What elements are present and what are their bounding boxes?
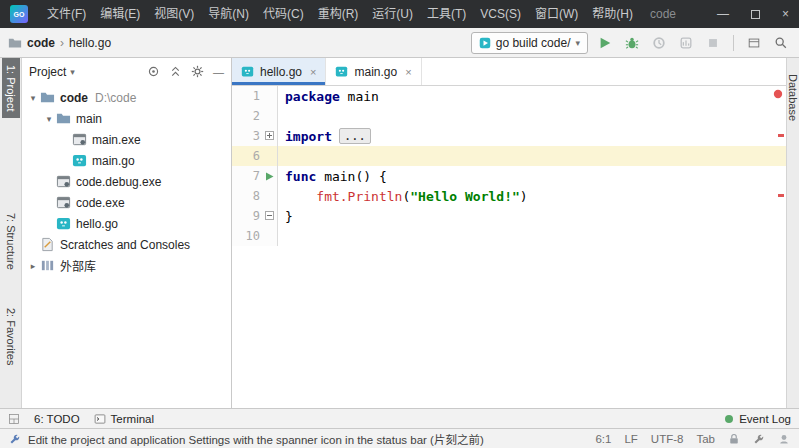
code-line[interactable]: 9 } xyxy=(232,206,786,226)
tree-item-code-root[interactable]: ▾ code D:\code xyxy=(22,87,231,108)
code-editor[interactable]: 1 package main 2 3 import... 6 xyxy=(232,86,786,408)
tool-window-todo[interactable]: 6: TODO xyxy=(34,413,80,425)
tab-main-go[interactable]: main.go × xyxy=(326,58,421,85)
menu-help[interactable]: 帮助(H) xyxy=(585,0,640,28)
tree-item-hello-go[interactable]: hello.go xyxy=(22,213,231,234)
run-arrow-icon[interactable] xyxy=(265,172,274,181)
code-line[interactable]: 7 func main() { xyxy=(232,166,786,186)
error-stripe-mark[interactable] xyxy=(778,134,784,137)
gutter[interactable]: 3 xyxy=(232,126,278,146)
error-stripe-mark[interactable] xyxy=(778,194,784,197)
gutter[interactable]: 8 xyxy=(232,186,278,206)
code-text[interactable]: package main xyxy=(278,86,786,106)
line-separator[interactable]: LF xyxy=(624,433,637,445)
chevron-right-icon[interactable]: ▸ xyxy=(26,261,40,271)
todo-label: 6: TODO xyxy=(34,413,80,425)
gutter[interactable]: 10 xyxy=(232,226,278,246)
gear-icon[interactable] xyxy=(191,65,204,78)
menu-edit[interactable]: 编辑(E) xyxy=(93,0,147,28)
profiler-button[interactable] xyxy=(676,33,696,53)
tool-window-bar: 6: TODO Terminal Event Log xyxy=(0,408,799,428)
run-with-coverage-button[interactable] xyxy=(649,33,669,53)
spanner-icon xyxy=(9,433,21,445)
menu-tools[interactable]: 工具(T) xyxy=(420,0,473,28)
tool-window-project[interactable]: 1: Project xyxy=(2,58,20,118)
wrench-icon[interactable] xyxy=(753,433,765,445)
code-text[interactable] xyxy=(278,106,786,126)
code-line-current[interactable]: 6 xyxy=(232,146,786,166)
code-token-string: "Hello World!" xyxy=(410,189,520,204)
gutter[interactable]: 9 xyxy=(232,206,278,226)
project-view-selector[interactable]: Project xyxy=(29,65,66,79)
minimize-button[interactable]: — xyxy=(717,8,729,20)
tool-window-terminal[interactable]: Terminal xyxy=(94,413,154,425)
maximize-button[interactable] xyxy=(751,10,760,19)
indent-style[interactable]: Tab xyxy=(696,433,715,445)
gutter[interactable]: 2 xyxy=(232,106,278,126)
close-tab-icon[interactable]: × xyxy=(405,66,411,78)
code-line[interactable]: 3 import... xyxy=(232,126,786,146)
fold-expand-icon[interactable] xyxy=(265,131,274,140)
tool-window-switcher-icon[interactable] xyxy=(8,413,20,425)
code-text[interactable]: } xyxy=(278,206,786,226)
file-encoding[interactable]: UTF-8 xyxy=(651,433,684,445)
inspection-indicator-icon[interactable] xyxy=(773,89,783,99)
menu-vcs[interactable]: VCS(S) xyxy=(473,0,528,28)
tree-item-main-go[interactable]: main.go xyxy=(22,150,231,171)
tree-item-scratches[interactable]: Scratches and Consoles xyxy=(22,234,231,255)
debug-button[interactable] xyxy=(622,33,642,53)
hide-panel-icon[interactable]: — xyxy=(213,66,224,78)
code-text[interactable] xyxy=(278,146,786,166)
menu-file[interactable]: 文件(F) xyxy=(40,0,93,28)
caret-position[interactable]: 6:1 xyxy=(595,433,611,445)
breadcrumb-file[interactable]: hello.go xyxy=(69,36,111,50)
hector-inspector-icon[interactable] xyxy=(778,433,790,445)
folded-region[interactable]: ... xyxy=(339,128,371,144)
collapse-all-icon[interactable] xyxy=(169,65,182,78)
code-text[interactable]: fmt.Println("Hello World!") xyxy=(278,186,786,206)
code-text[interactable]: func main() { xyxy=(278,166,786,186)
tool-window-favorites[interactable]: 2: Favorites xyxy=(2,301,20,372)
tree-item-code-debug-exe[interactable]: code.debug.exe xyxy=(22,171,231,192)
gutter[interactable]: 7 xyxy=(232,166,278,186)
menu-refactor[interactable]: 重构(R) xyxy=(311,0,366,28)
breadcrumb-project[interactable]: code xyxy=(27,36,55,50)
menu-view[interactable]: 视图(V) xyxy=(147,0,201,28)
code-line[interactable]: 10 xyxy=(232,226,786,246)
menu-code[interactable]: 代码(C) xyxy=(256,0,311,28)
layout-button[interactable] xyxy=(744,33,764,53)
close-button[interactable]: × xyxy=(782,8,789,20)
code-text[interactable] xyxy=(278,226,786,246)
event-log-button[interactable]: Event Log xyxy=(724,413,791,425)
code-text[interactable]: import... xyxy=(278,126,786,146)
chevron-down-icon[interactable]: ▾ xyxy=(42,114,56,124)
gutter[interactable]: 6 xyxy=(232,146,278,166)
code-line[interactable]: 8 fmt.Println("Hello World!") xyxy=(232,186,786,206)
tool-window-database[interactable]: Database xyxy=(784,58,799,128)
stop-button[interactable] xyxy=(703,33,723,53)
main-toolbar: code › hello.go go build code/ ▾ xyxy=(0,28,799,58)
run-configuration-select[interactable]: go build code/ ▾ xyxy=(471,32,588,54)
fold-collapse-icon[interactable] xyxy=(265,211,274,220)
line-number: 10 xyxy=(246,229,260,243)
lock-icon[interactable] xyxy=(728,433,740,445)
gutter[interactable]: 1 xyxy=(232,86,278,106)
menu-navigate[interactable]: 导航(N) xyxy=(201,0,256,28)
tab-hello-go[interactable]: hello.go × xyxy=(232,58,326,85)
close-tab-icon[interactable]: × xyxy=(310,66,316,78)
chevron-down-icon[interactable]: ▾ xyxy=(26,93,40,103)
code-token: ( xyxy=(402,189,410,204)
tree-item-external-libraries[interactable]: ▸ 外部库 xyxy=(22,255,231,276)
menu-run[interactable]: 运行(U) xyxy=(365,0,420,28)
code-line[interactable]: 2 xyxy=(232,106,786,126)
run-button[interactable] xyxy=(595,33,615,53)
code-line[interactable]: 1 package main xyxy=(232,86,786,106)
menu-window[interactable]: 窗口(W) xyxy=(528,0,585,28)
search-everywhere-button[interactable] xyxy=(771,33,791,53)
tool-window-structure[interactable]: 7: Structure xyxy=(2,206,20,277)
exe-file-icon xyxy=(56,174,71,189)
tree-item-main-folder[interactable]: ▾ main xyxy=(22,108,231,129)
tree-item-main-exe[interactable]: main.exe xyxy=(22,129,231,150)
tree-item-code-exe[interactable]: code.exe xyxy=(22,192,231,213)
select-opened-file-icon[interactable] xyxy=(147,65,160,78)
